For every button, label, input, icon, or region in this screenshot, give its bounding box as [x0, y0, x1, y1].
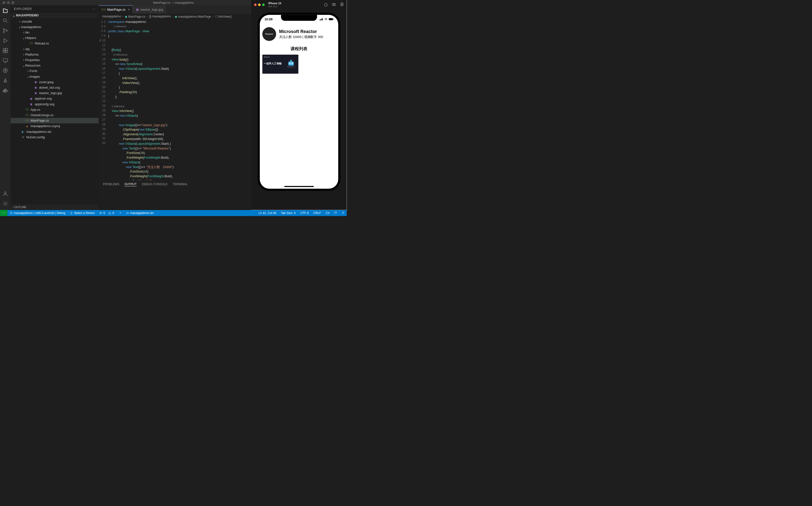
folder-header[interactable]: ⌄ MAUIAPPDEMO — [11, 13, 99, 18]
tree-item-nuget-config[interactable]: ⚙NuGet.config — [11, 134, 99, 140]
tree-item-dotnet_bot-svg[interactable]: ▣dotnet_bot.svg — [11, 85, 99, 90]
tree-item-mainpage-cs[interactable]: C#MainPage.cs — [11, 118, 99, 123]
svg-point-1 — [3, 28, 4, 30]
panel-tab-problems[interactable]: PROBLEMS — [103, 182, 119, 186]
bot-icon — [285, 58, 297, 70]
svg-rect-12 — [10, 212, 12, 214]
tree-item-resources[interactable]: ⌄Resources — [11, 63, 99, 68]
extensions-icon[interactable] — [2, 48, 8, 54]
svg-point-28 — [289, 63, 291, 64]
remote-explorer-icon[interactable] — [2, 58, 8, 64]
reactor-logo: Reactor — [262, 27, 276, 41]
svg-rect-18 — [341, 3, 342, 5]
svg-point-3 — [6, 30, 7, 31]
thunder-icon[interactable] — [2, 68, 8, 74]
tree-item-reload-cs[interactable]: C#Reload.cs — [11, 41, 99, 46]
source-control-icon[interactable] — [2, 28, 8, 34]
tab-reactor_logo-jpg[interactable]: ▣reactor_logo.jpg — [133, 5, 166, 14]
tree-item-globalusings-cs[interactable]: C#GlobalUsings.cs — [11, 112, 99, 118]
status-device[interactable]: Select a Device — [68, 210, 97, 216]
tree-item-appicon-svg[interactable]: ▣appicon.svg — [11, 96, 99, 101]
tree-item-platforms[interactable]: ›Platforms — [11, 52, 99, 57]
rotate-icon[interactable] — [340, 2, 344, 7]
svg-point-2 — [3, 31, 4, 33]
sidebar-header: EXPLORER ··· — [11, 5, 99, 13]
status-bell-icon[interactable] — [339, 211, 347, 214]
home-icon[interactable] — [324, 2, 328, 7]
window-title: MainPage.cs — mauiappdemo — [153, 1, 193, 4]
svg-rect-4 — [3, 49, 5, 51]
status-errors[interactable]: 0 0 — [97, 210, 116, 216]
phone-notch — [281, 15, 317, 21]
simulator-window: iPhone 13 iOS 15.2 10:09 Reactor — [251, 0, 347, 210]
window-controls[interactable] — [2, 1, 14, 4]
app-subtitle: 关注人数 10000 | 视频数字 300 — [279, 35, 323, 39]
simulator-device-label: iPhone 13 iOS 15.2 — [268, 1, 281, 8]
status-tabsize[interactable]: Tab Size: 4 — [278, 211, 298, 215]
app-title: Microsoft Reactor — [279, 29, 323, 34]
status-feedback-icon[interactable] — [332, 211, 339, 214]
tree-item-obj[interactable]: ›obj — [11, 46, 99, 52]
azure-icon[interactable] — [2, 78, 8, 84]
panel-tab-terminal[interactable]: TERMINAL — [173, 182, 188, 186]
tree-item-appiconfg-svg[interactable]: ▣appiconfg.svg — [11, 101, 99, 107]
svg-point-29 — [292, 63, 293, 64]
home-indicator[interactable] — [284, 186, 314, 187]
chevron-down-icon: ⌄ — [13, 14, 15, 17]
status-flame-icon[interactable] — [116, 210, 124, 216]
svg-rect-6 — [3, 51, 5, 53]
courses-heading: 课程列表 — [262, 46, 335, 52]
svg-point-11 — [4, 203, 6, 204]
svg-rect-22 — [322, 18, 323, 20]
tree-item-helpers[interactable]: ⌄Helpers — [11, 35, 99, 41]
svg-rect-25 — [333, 19, 333, 20]
svg-rect-5 — [5, 49, 7, 51]
run-debug-icon[interactable] — [2, 38, 8, 44]
status-cursor[interactable]: Ln 41, Col 48 — [256, 211, 278, 215]
simulator-titlebar: iPhone 13 iOS 15.2 — [251, 0, 347, 9]
svg-rect-13 — [71, 212, 72, 214]
tree-item--vscode[interactable]: ›.vscode — [11, 19, 99, 24]
sidebar: EXPLORER ··· ⌄ MAUIAPPDEMO ›.vscode⌄maui… — [11, 5, 99, 210]
tree-item-reactor_logo-jpg[interactable]: ▣reactor_logo.jpg — [11, 90, 99, 96]
tree-item-images[interactable]: ⌄Images — [11, 74, 99, 79]
tree-item-fonts[interactable]: ›Fonts — [11, 68, 99, 74]
status-encoding[interactable]: UTF-8 — [298, 211, 311, 215]
more-icon[interactable]: ··· — [92, 7, 95, 11]
account-icon[interactable] — [2, 191, 8, 197]
panel-tab-debug-console[interactable]: DEBUG CONSOLE — [142, 182, 168, 186]
svg-rect-20 — [321, 19, 321, 20]
search-icon[interactable] — [2, 18, 8, 24]
settings-gear-icon[interactable] — [2, 201, 8, 207]
chevron-right-icon: › — [13, 205, 14, 209]
tree-item-mauiappdemo-csproj[interactable]: ◈mauiappdemo.csproj — [11, 123, 99, 129]
docker-icon[interactable] — [2, 88, 8, 94]
explorer-icon[interactable] — [2, 8, 8, 14]
tree-item-cover-jpeg[interactable]: ▣cover.jpeg — [11, 79, 99, 85]
outline-header[interactable]: › OUTLINE — [11, 204, 99, 210]
tree-item-mauiappdemo-sln[interactable]: ◧mauiappdemo.sln — [11, 129, 99, 134]
activity-bar — [0, 5, 11, 210]
panel-tab-output[interactable]: OUTPUT — [125, 182, 137, 186]
tree-item-properties[interactable]: ›Properties — [11, 57, 99, 63]
file-tree: ›.vscode⌄mauiappdemo›bin⌄HelpersC#Reload… — [11, 18, 99, 204]
tree-item-app-cs[interactable]: C#App.cs — [11, 107, 99, 112]
remote-indicator[interactable] — [0, 210, 7, 216]
screenshot-icon[interactable] — [332, 2, 336, 7]
simulator-window-controls[interactable] — [254, 3, 265, 6]
status-solution[interactable]: mauiappdemo.sln — [124, 210, 156, 216]
tree-item-mauiappdemo[interactable]: ⌄mauiappdemo — [11, 24, 99, 29]
course-card[interactable]: Reactor 一起学人工智能 — [262, 55, 298, 74]
svg-point-16 — [333, 4, 334, 5]
tab-mainpage-cs[interactable]: C#MainPage.cs× — [99, 5, 133, 14]
tree-item-bin[interactable]: ›bin — [11, 30, 99, 35]
app-content: Reactor Microsoft Reactor 关注人数 10000 | 视… — [260, 21, 338, 80]
line-gutter: 1 2 3 4 5 6 7 8 9 10 11 12 13 14 15 16 1… — [99, 19, 108, 180]
svg-point-9 — [3, 68, 7, 73]
status-language[interactable]: C# — [323, 211, 332, 215]
phone-screen[interactable]: 10:09 Reactor Microsoft Reactor 关注人数 100… — [260, 15, 338, 189]
status-eol[interactable]: CRLF — [311, 211, 323, 215]
svg-rect-17 — [341, 3, 343, 6]
phone-frame: 10:09 Reactor Microsoft Reactor 关注人数 100… — [258, 13, 340, 191]
status-project[interactable]: mauiappdemo | net6.0-android | Debug — [7, 210, 68, 216]
